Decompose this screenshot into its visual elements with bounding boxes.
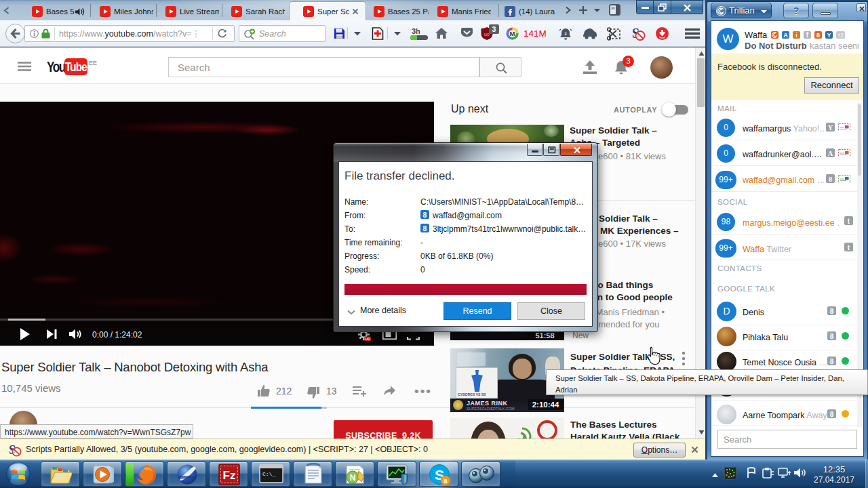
svg-text:C:\_: C:\_ <box>262 471 275 477</box>
svg-text:8: 8 <box>830 333 834 340</box>
svg-text:8: 8 <box>830 308 834 315</box>
svg-text:+2: +2 <box>837 32 844 39</box>
svg-text:Fz: Fz <box>223 469 236 482</box>
svg-text:8: 8 <box>423 224 427 232</box>
svg-text:i: i <box>795 32 797 39</box>
svg-text:8: 8 <box>830 358 834 365</box>
svg-text:A: A <box>828 150 833 157</box>
svg-text:8: 8 <box>829 176 832 183</box>
svg-text:Y: Y <box>828 124 833 131</box>
svg-text:M: M <box>510 30 515 37</box>
svg-text:Y: Y <box>827 32 831 39</box>
svg-text:8: 8 <box>443 477 447 485</box>
svg-text:8: 8 <box>816 32 820 39</box>
svg-text:8: 8 <box>830 411 834 418</box>
svg-text:8: 8 <box>423 211 427 219</box>
svg-text:A: A <box>783 32 788 39</box>
svg-text:z: z <box>564 30 567 37</box>
svg-text:N: N <box>350 473 356 483</box>
